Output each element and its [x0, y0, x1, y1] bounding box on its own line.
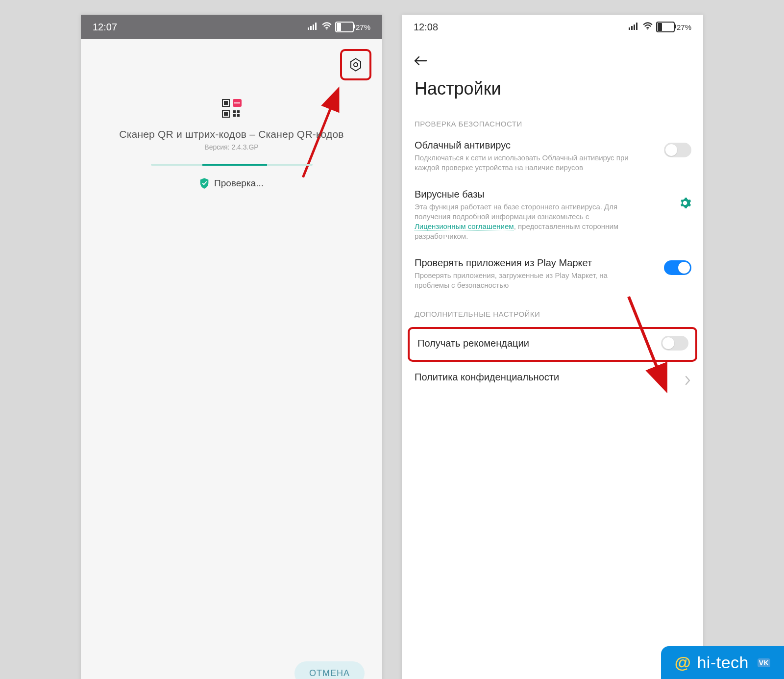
page-title: Настройки: [402, 39, 703, 109]
signal-icon: [629, 22, 639, 32]
row-cloud-antivirus[interactable]: Облачный антивирус Подключаться к сети и…: [402, 133, 703, 182]
svg-marker-5: [351, 59, 361, 71]
svg-rect-2: [313, 25, 314, 30]
status-bar: 12:08 27%: [402, 15, 703, 39]
battery-indicator: 27%: [335, 22, 370, 32]
row-title: Политика конфиденциальности: [415, 372, 690, 383]
row-desc: Эта функция работает на базе стороннего …: [415, 202, 640, 242]
battery-pct: 27: [677, 23, 685, 31]
svg-rect-16: [234, 102, 240, 103]
app-title: Сканер QR и штрих-кодов – Сканер QR-кодо…: [81, 128, 382, 140]
svg-rect-11: [233, 110, 236, 113]
chevron-right-icon: [685, 376, 690, 387]
checking-label: Проверка...: [214, 178, 264, 189]
settings-content: Настройки ПРОВЕРКА БЕЗОПАСНОСТИ Облачный…: [402, 39, 703, 679]
status-icons: 27%: [308, 22, 370, 32]
svg-rect-0: [308, 27, 309, 30]
watermark-text: hi-tech: [697, 653, 749, 672]
row-desc-pre: Эта функция работает на базе стороннего …: [415, 202, 617, 221]
row-title: Проверять приложения из Play Маркет: [415, 257, 690, 269]
status-time: 12:08: [414, 22, 438, 33]
watermark-at: @: [675, 653, 691, 672]
progress-bar: [151, 164, 313, 166]
screenshot-pair: 12:07 27%: [0, 0, 784, 679]
watermark-badge: @ hi-tech VK: [661, 646, 784, 679]
row-desc: Проверять приложения, загруженные из Pla…: [415, 271, 640, 291]
svg-rect-8: [224, 101, 228, 105]
svg-rect-14: [237, 114, 240, 117]
svg-rect-10: [224, 112, 228, 116]
app-icon: [221, 98, 243, 120]
row-virus-db[interactable]: Вирусные базы Эта функция работает на ба…: [402, 182, 703, 251]
toggle-recommendations[interactable]: [661, 336, 688, 351]
svg-rect-13: [233, 114, 236, 117]
toggle-check-play-market[interactable]: [664, 260, 691, 275]
row-recommendations[interactable]: Получать рекомендации: [408, 327, 697, 362]
settings-hex-icon: [348, 57, 363, 72]
app-info: Сканер QR и штрих-кодов – Сканер QR-кодо…: [81, 98, 382, 189]
svg-rect-12: [237, 110, 240, 113]
battery-pct: 27: [356, 23, 364, 31]
svg-point-4: [326, 28, 327, 29]
status-icons: 27%: [629, 22, 691, 32]
checking-status: Проверка...: [81, 177, 382, 189]
license-link[interactable]: Лицензионным соглашением: [415, 222, 514, 231]
battery-unit: %: [685, 23, 691, 31]
signal-icon: [308, 22, 318, 32]
svg-point-6: [354, 63, 358, 67]
svg-rect-17: [629, 27, 630, 30]
svg-rect-18: [631, 26, 633, 30]
status-time: 12:07: [93, 22, 117, 33]
phone-settings: 12:08 27% Настройки ПРОВЕРКА БЕЗОПАСНОСТ…: [402, 15, 703, 679]
battery-icon: [656, 22, 675, 32]
row-title: Облачный антивирус: [415, 140, 690, 151]
svg-rect-19: [634, 25, 635, 30]
row-check-play-market[interactable]: Проверять приложения из Play Маркет Пров…: [402, 251, 703, 300]
section-additional: ДОПОЛНИТЕЛЬНЫЕ НАСТРОЙКИ: [402, 299, 703, 323]
svg-rect-20: [636, 23, 637, 30]
battery-indicator: 27%: [656, 22, 691, 32]
row-privacy-policy[interactable]: Политика конфиденциальности: [402, 365, 703, 394]
wifi-icon: [321, 22, 332, 32]
scan-content: Сканер QR и штрих-кодов – Сканер QR-кодо…: [81, 39, 382, 679]
wifi-icon: [642, 22, 653, 32]
app-version: Версия: 2.4.3.GP: [81, 143, 382, 151]
arrow-left-icon: [414, 55, 427, 66]
svg-rect-3: [315, 23, 317, 30]
battery-unit: %: [364, 23, 370, 31]
gear-icon[interactable]: [679, 197, 691, 209]
svg-rect-1: [310, 26, 312, 30]
phone-scanner-check: 12:07 27%: [81, 15, 382, 679]
toggle-cloud-antivirus[interactable]: [664, 143, 691, 157]
vk-icon: VK: [758, 658, 770, 667]
row-title: Получать рекомендации: [417, 338, 687, 349]
shield-icon: [199, 177, 209, 189]
row-title: Вирусные базы: [415, 189, 690, 200]
status-bar: 12:07 27%: [81, 15, 382, 39]
svg-point-21: [647, 28, 648, 29]
settings-button[interactable]: [340, 49, 371, 80]
row-desc: Подключаться к сети и использовать Облач…: [415, 153, 640, 173]
cancel-button[interactable]: ОТМЕНА: [294, 661, 365, 679]
back-button[interactable]: [412, 52, 429, 70]
section-security-check: ПРОВЕРКА БЕЗОПАСНОСТИ: [402, 109, 703, 133]
battery-icon: [335, 22, 354, 32]
